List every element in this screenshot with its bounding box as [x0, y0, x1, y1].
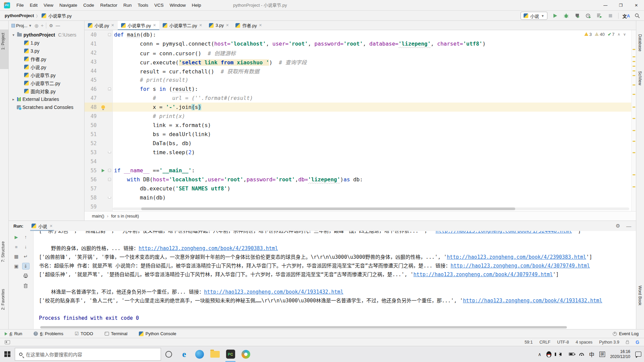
toolwindow-terminal-button[interactable]: Terminal — [105, 331, 127, 336]
fold-collapse-icon[interactable]: – — [108, 87, 111, 90]
run-configuration-select[interactable]: 小说 ▼ — [521, 12, 547, 20]
menu-navigate[interactable]: Navigate — [56, 0, 80, 11]
tree-file-6[interactable]: 面向对象.py — [9, 87, 84, 95]
battery-button[interactable] — [569, 353, 574, 356]
editor-tab-2[interactable]: 小说章节二.py✕ — [159, 21, 206, 30]
volume-button[interactable] — [556, 353, 564, 356]
code-line-55[interactable]: 55–if __name__ =='__main__': — [85, 166, 636, 175]
down-stack-trace-button[interactable]: ↓ — [22, 243, 30, 250]
run-with-options-button[interactable] — [596, 12, 603, 19]
breadcrumb-file[interactable]: 小说章节.py — [48, 12, 71, 19]
editor-tab-4[interactable]: 作者.py✕ — [232, 21, 265, 30]
pin-tab-button[interactable]: ▣ — [13, 263, 20, 269]
search-everywhere-button[interactable] — [634, 12, 641, 19]
code-line-56[interactable]: 56– with DB(host='localhost',user='root'… — [85, 175, 636, 184]
edge-button[interactable]: e — [176, 346, 192, 362]
stripe-wordbook-button[interactable]: Word Book — [638, 286, 642, 305]
hide-panel-button[interactable]: — — [56, 23, 60, 28]
tree-external-libraries[interactable]: ▸External Libraries — [9, 95, 84, 103]
qq-tray-button[interactable] — [546, 351, 551, 357]
tree-file-2[interactable]: 作者.py — [9, 55, 84, 63]
project-settings-button[interactable]: ⚙ — [49, 23, 53, 28]
action-center-button[interactable] — [635, 352, 641, 357]
ime-language-button[interactable]: 中 — [589, 350, 594, 358]
restore-layout-button[interactable]: ▦ — [13, 253, 20, 260]
status-item-1[interactable]: CRLF — [539, 340, 550, 345]
chevron-right-icon[interactable]: ▸ — [11, 97, 15, 102]
code-line-45[interactable]: 45 # print(result) — [85, 75, 636, 84]
stripe-sciview-button[interactable]: SciView — [638, 71, 642, 85]
tree-file-4[interactable]: 小说章节.py — [9, 71, 84, 79]
event-log-button[interactable]: Event Log — [613, 331, 639, 336]
pycharm-taskbar-button[interactable]: PC — [223, 346, 238, 362]
code-line-52[interactable]: 52 DaTa(bs, db) — [85, 139, 636, 148]
code-line-48[interactable]: 48 x = '-'.join(s) — [85, 103, 636, 112]
intention-bulb-icon[interactable] — [101, 105, 105, 109]
up-stack-trace-button[interactable]: ↑ — [22, 234, 30, 240]
fold-collapse-icon[interactable]: – — [108, 169, 111, 172]
debug-button[interactable] — [563, 12, 570, 19]
console-link[interactable]: http://hao123.zongheng.com/book/4/239038… — [139, 245, 278, 251]
close-tab-icon[interactable]: ✕ — [259, 23, 262, 27]
editor-tab-1[interactable]: 小说章节.py✕ — [118, 21, 160, 30]
inspections-widget[interactable]: 3 40 ✔7 ∧ ∨ — [583, 32, 627, 37]
status-item-0[interactable]: 59:1 — [525, 340, 533, 345]
menu-edit[interactable]: Edit — [27, 0, 41, 11]
code-line-50[interactable]: 50 link = x.format(s) — [85, 121, 636, 130]
code-line-51[interactable]: 51 bs = dealUrl(link) — [85, 130, 636, 139]
tree-file-1[interactable]: 3.py — [9, 47, 84, 55]
start-button[interactable] — [0, 346, 15, 362]
chevron-down-icon[interactable]: ▾ — [11, 33, 15, 37]
tree-root[interactable]: ▾pythonProjectC:\Users — [9, 31, 84, 39]
toolwindow-pycon-button[interactable]: Python Console — [139, 331, 176, 336]
menu-refactor[interactable]: Refactor — [97, 0, 120, 11]
next-problem-button[interactable]: ∨ — [623, 32, 626, 37]
code-line-54[interactable]: 54 — [85, 157, 636, 166]
file-explorer-button[interactable] — [207, 346, 223, 362]
code-line-47[interactable]: 47 # url = (''.format#(result) — [85, 94, 636, 103]
editor[interactable]: 40–def main(db):41 conn = pymysql.connec… — [85, 30, 636, 211]
prev-problem-button[interactable]: ∧ — [618, 32, 620, 37]
crumb-for-loop[interactable]: for s in (result) — [111, 214, 139, 219]
code-line-49[interactable]: 49 # print(x) — [85, 112, 636, 121]
fold-end-icon[interactable] — [108, 197, 111, 198]
run-with-coverage-button[interactable] — [574, 12, 581, 19]
tree-file-3[interactable]: 小说.py — [9, 63, 84, 71]
editor-hscrollbar[interactable] — [113, 207, 629, 210]
run-button[interactable] — [552, 12, 558, 19]
tray-expand-button[interactable]: ∧ — [538, 352, 541, 357]
tree-file-5[interactable]: 小说章节二.py — [9, 79, 84, 87]
scroll-to-end-button[interactable]: ⇓ — [22, 263, 30, 269]
status-item-2[interactable]: UTF-8 — [557, 340, 569, 345]
fold-collapse-icon[interactable]: – — [108, 33, 111, 36]
console-link[interactable]: http://hao123.zongheng.com/book/4/307974… — [414, 272, 553, 278]
minimize-button[interactable]: — — [598, 0, 613, 11]
fold-collapse-icon[interactable]: – — [108, 178, 111, 181]
maximize-button[interactable]: ❐ — [613, 0, 629, 11]
browser-button[interactable] — [192, 346, 207, 362]
stripe-favorites-button[interactable]: 2: Favorites — [1, 289, 5, 310]
code-line-53[interactable]: 53 time.sleep(2) — [85, 148, 636, 157]
close-tab-icon[interactable]: ✕ — [153, 23, 156, 27]
editor-tab-3[interactable]: 3.py✕ — [206, 21, 232, 30]
toolwindow-toggle-icon[interactable] — [5, 340, 10, 344]
console-hscrollbar-thumb[interactable] — [40, 326, 567, 328]
cortana-button[interactable] — [161, 346, 176, 362]
close-run-tab-icon[interactable]: ✕ — [50, 224, 53, 228]
breadcrumb-project[interactable]: pythonProject — [5, 13, 34, 18]
crumb-main[interactable]: main() — [92, 214, 104, 219]
menu-file[interactable]: File — [13, 0, 27, 11]
stripe-database-button[interactable]: Database — [638, 34, 642, 51]
console-link[interactable]: http://hao123.zongheng.com/book/1/524448… — [436, 231, 572, 234]
code-line-40[interactable]: 40–def main(db): — [85, 30, 636, 39]
editor-tab-0[interactable]: 小说.py✕ — [85, 21, 118, 30]
status-item-4[interactable]: Python 3.9 — [599, 340, 619, 345]
tree-scratches[interactable]: Scratches and Consoles — [9, 103, 84, 111]
clock-button[interactable]: 16:16 2020/12/10 — [610, 349, 630, 359]
menu-view[interactable]: View — [41, 0, 56, 11]
menu-run[interactable]: Run — [120, 0, 135, 11]
clear-console-button[interactable] — [22, 282, 30, 289]
code-line-57[interactable]: 57 db.execute('SET NAMES utf8') — [85, 184, 636, 193]
toolwindow-run-button[interactable]: 4: Run — [5, 331, 22, 336]
project-view-select[interactable]: Proj... ▼ — [11, 23, 32, 28]
